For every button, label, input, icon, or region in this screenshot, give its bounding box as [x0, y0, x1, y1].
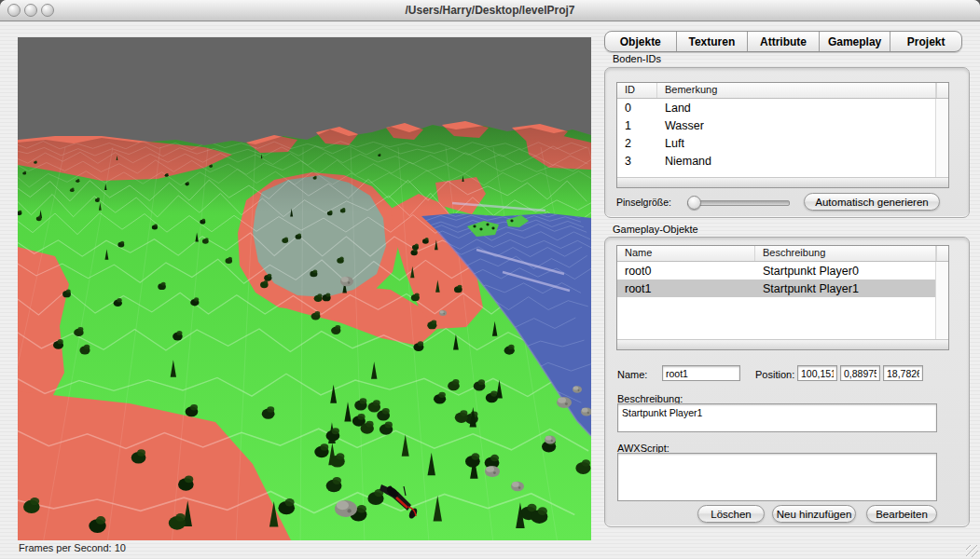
cell-beschreibung: Startpunkt Player0: [755, 265, 859, 278]
cell-bemerkung: Wasser: [657, 119, 704, 132]
boden-table-row[interactable]: 3 Niemand: [617, 152, 948, 170]
gameplay-table: Name Beschreibung root0 Startpunkt Playe…: [616, 245, 949, 350]
add-new-button[interactable]: Neu hinzufügen: [772, 505, 856, 523]
cell-id: 0: [617, 102, 657, 115]
boden-table-row[interactable]: 2 Luft: [617, 134, 948, 152]
awxscript-textarea[interactable]: [617, 453, 937, 501]
brush-size-label: Pinselgröße:: [616, 197, 671, 208]
position-x-input[interactable]: [797, 365, 837, 381]
cell-name: root1: [617, 282, 755, 295]
title-bar: /Users/Harry/Desktop/levelProj7: [0, 0, 980, 21]
cell-bemerkung: Niemand: [657, 155, 711, 168]
column-header-id[interactable]: ID: [617, 83, 657, 98]
name-input[interactable]: [662, 365, 740, 381]
gameplay-table-header: Name Beschreibung: [617, 246, 948, 262]
cell-beschreibung: Startpunkt Player1: [755, 282, 859, 295]
edit-button[interactable]: Bearbeiten: [866, 505, 937, 523]
app-window: /Users/Harry/Desktop/levelProj7 Objekte …: [0, 0, 980, 559]
tab-gameplay[interactable]: Gameplay: [820, 32, 891, 51]
horizontal-scrollbar[interactable]: [617, 177, 948, 187]
fps-status-text: Frames per Second: 10: [19, 542, 126, 553]
cell-id: 1: [617, 119, 657, 132]
column-header-bemerkung[interactable]: Bemerkung: [657, 83, 936, 98]
terrain-viewport[interactable]: [18, 37, 591, 540]
window-title: /Users/Harry/Desktop/levelProj7: [0, 0, 980, 20]
boden-ids-table: ID Bemerkung 0 Land 1 Wasser 2 Luft 3 Ni…: [616, 82, 949, 188]
horizontal-scrollbar[interactable]: [617, 339, 948, 349]
boden-table-row[interactable]: 0 Land: [617, 99, 948, 116]
description-textarea[interactable]: Startpunkt Player1: [617, 403, 937, 432]
vertical-scrollbar[interactable]: [935, 262, 948, 340]
cell-id: 2: [617, 137, 657, 150]
name-label: Name:: [617, 369, 647, 380]
vertical-scrollbar[interactable]: [935, 99, 948, 178]
delete-button[interactable]: Löschen: [697, 505, 765, 523]
tab-objekte[interactable]: Objekte: [605, 32, 677, 51]
tab-bar: Objekte Texturen Attribute Gameplay Proj…: [604, 31, 962, 52]
column-header-name[interactable]: Name: [617, 246, 755, 261]
cell-id: 3: [617, 155, 657, 168]
brush-size-slider[interactable]: [687, 200, 790, 206]
gameplay-table-row[interactable]: root0 Startpunkt Player0: [617, 262, 948, 280]
auto-generate-button[interactable]: Automatisch generieren: [804, 193, 940, 211]
cell-bemerkung: Land: [657, 102, 691, 115]
position-y-input[interactable]: [840, 365, 880, 381]
boden-table-row[interactable]: 1 Wasser: [617, 116, 948, 134]
resize-grip[interactable]: [966, 545, 978, 557]
boden-ids-group-label: Boden-IDs: [613, 53, 661, 64]
gameplay-table-row[interactable]: root1 Startpunkt Player1: [617, 280, 948, 297]
header-scrollbar-cap: [936, 246, 948, 261]
cell-bemerkung: Luft: [657, 137, 684, 150]
column-header-beschreibung[interactable]: Beschreibung: [755, 246, 936, 261]
tab-attribute[interactable]: Attribute: [748, 32, 820, 51]
position-z-input[interactable]: [883, 365, 923, 381]
tab-projekt[interactable]: Projekt: [890, 32, 961, 51]
boden-table-header: ID Bemerkung: [617, 83, 948, 99]
terrain-scene: [18, 37, 591, 540]
brush-size-slider-knob[interactable]: [687, 196, 701, 210]
tab-texturen[interactable]: Texturen: [677, 32, 749, 51]
gameplay-group-label: Gameplay-Objekte: [613, 224, 698, 235]
header-scrollbar-cap: [936, 83, 948, 98]
position-label: Position:: [755, 369, 794, 380]
cell-name: root0: [617, 265, 755, 278]
